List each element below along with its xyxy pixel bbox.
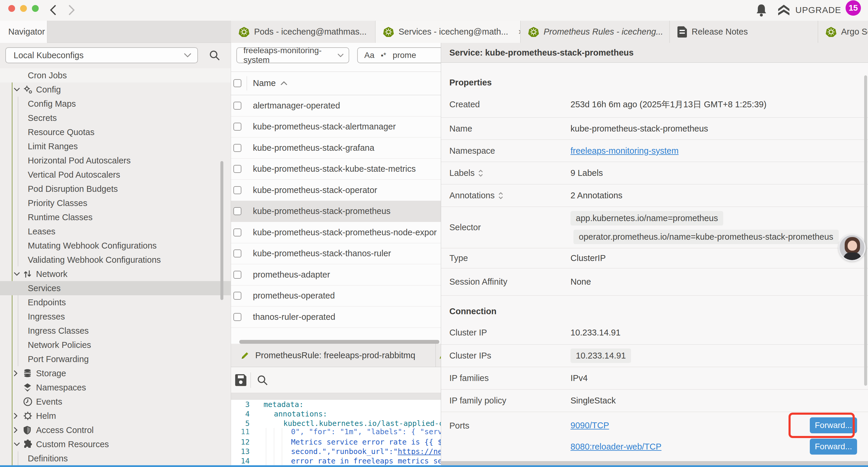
- expand-updown-icon[interactable]: [498, 192, 503, 200]
- tab-argo[interactable]: Argo Se: [818, 21, 868, 43]
- table-row[interactable]: kube-prometheus-stack-kube-state-metrics: [231, 159, 441, 180]
- tab-release-notes[interactable]: Release Notes: [670, 21, 818, 43]
- sidebar-item-config-maps[interactable]: Config Maps: [0, 97, 231, 111]
- sidebar-item-mutating-webhook-configurations[interactable]: Mutating Webhook Configurations: [0, 238, 231, 253]
- port-link-8080[interactable]: 8080:reloader-web/TCP: [570, 442, 661, 451]
- sidebar-item-endpoints[interactable]: Endpoints: [0, 295, 231, 310]
- sidebar-item-runtime-classes[interactable]: Runtime Classes: [0, 210, 231, 224]
- forward-arrow-icon[interactable]: [64, 4, 78, 17]
- sidebar-item-namespaces[interactable]: Namespaces: [0, 380, 231, 395]
- user-avatar[interactable]: [838, 234, 866, 261]
- editor-search-icon[interactable]: [256, 374, 268, 386]
- sidebar-item-cron-jobs[interactable]: Cron Jobs: [0, 68, 231, 83]
- table-row-selected[interactable]: kube-prometheus-stack-prometheus: [231, 201, 441, 222]
- save-icon[interactable]: [235, 374, 247, 387]
- table-row[interactable]: kube-prometheus-stack-thanos-ruler: [231, 243, 441, 265]
- sidebar-item-limit-ranges[interactable]: Limit Ranges: [0, 139, 231, 153]
- chevron-down-icon: [337, 53, 344, 58]
- port-link-9090[interactable]: 9090/TCP: [570, 420, 609, 430]
- search-icon[interactable]: [209, 49, 220, 61]
- sidebar-item-resource-quotas[interactable]: Resource Quotas: [0, 125, 231, 139]
- row-checkbox[interactable]: [234, 313, 241, 321]
- table-row[interactable]: thanos-ruler-operated: [231, 307, 441, 328]
- table-row[interactable]: kube-prometheus-stack-prometheus-node-ex…: [231, 222, 441, 243]
- row-checkbox[interactable]: [234, 123, 241, 130]
- tab-close-icon[interactable]: ×: [518, 27, 521, 37]
- tab-prometheus-rules[interactable]: Prometheus Rules - icecheng...: [521, 21, 670, 43]
- sidebar-item-validating-webhook-configurations[interactable]: Validating Webhook Configurations: [0, 253, 231, 267]
- namespace-filter-select[interactable]: freeleaps-monitoring-system: [236, 47, 349, 63]
- sidebar-item-pod-disruption-budgets[interactable]: Pod Disruption Budgets: [0, 182, 231, 196]
- notifications-bell-icon[interactable]: [755, 3, 768, 18]
- sidebar-item-events[interactable]: Events: [0, 395, 231, 409]
- row-checkbox[interactable]: [234, 165, 241, 173]
- expand-updown-icon[interactable]: [478, 169, 483, 177]
- sidebar-item-access-control[interactable]: Access Control: [0, 423, 231, 437]
- code-line: 13second.","runbook_url":"https://net: [231, 447, 441, 456]
- detail-row-name: Name kube-prometheus-stack-prometheus: [441, 118, 868, 140]
- yaml-editor[interactable]: 3metadata: 4annotations: 5kubectl.kubern…: [231, 400, 441, 465]
- select-all-checkbox[interactable]: [234, 79, 241, 87]
- row-checkbox[interactable]: [234, 229, 241, 236]
- session-affinity-value: None: [570, 277, 591, 287]
- table-row[interactable]: prometheus-adapter: [231, 264, 441, 286]
- sidebar-item-network-policies[interactable]: Network Policies: [0, 338, 231, 352]
- sidebar-item-horizontal-pod-autoscalers[interactable]: Horizontal Pod Autoscalers: [0, 153, 231, 168]
- column-header-name[interactable]: Name: [253, 78, 276, 88]
- sidebar-item-ingress-classes[interactable]: Ingress Classes: [0, 324, 231, 338]
- forward-button-8080[interactable]: Forward...: [810, 439, 857, 455]
- table-row[interactable]: kube-prometheus-stack-alertmanager: [231, 116, 441, 138]
- table-horizontal-scrollbar[interactable]: [239, 340, 439, 344]
- editor-scroll-strip[interactable]: [231, 393, 441, 400]
- match-case-toggle[interactable]: Aa: [364, 51, 374, 60]
- upgrade-chevrons-icon[interactable]: [777, 4, 790, 17]
- table-row[interactable]: alertmanager-operated: [231, 95, 441, 116]
- navigator-panel-tab[interactable]: Navigator: [0, 21, 47, 43]
- sidebar-scrollbar[interactable]: [220, 161, 223, 300]
- sidebar-item-helm[interactable]: Helm: [0, 409, 231, 423]
- traffic-light-zoom[interactable]: [32, 5, 39, 12]
- traffic-light-close[interactable]: [8, 5, 15, 12]
- row-checkbox[interactable]: [234, 271, 241, 279]
- annotations-count[interactable]: 2 Annotations: [570, 191, 622, 200]
- namespace-link[interactable]: freeleaps-monitoring-system: [570, 146, 679, 156]
- tab-pods[interactable]: Pods - icecheng@mathmas...: [231, 21, 375, 43]
- tab-services[interactable]: Services - icecheng@math... ×: [375, 21, 521, 43]
- regex-toggle[interactable]: ▪*: [381, 51, 386, 59]
- table-row[interactable]: prometheus-operated: [231, 286, 441, 307]
- row-checkbox[interactable]: [234, 207, 241, 215]
- code-line: 14error rate in freeleaps metrics ser: [231, 456, 441, 465]
- sidebar-item-secrets[interactable]: Secrets: [0, 111, 231, 125]
- sidebar-item-services[interactable]: Services: [0, 281, 231, 295]
- sidebar-item-leases[interactable]: Leases: [0, 224, 231, 238]
- traffic-light-minimize[interactable]: [20, 5, 27, 12]
- drawer-bottom-scroll-track[interactable]: [441, 461, 868, 465]
- sidebar-item-port-forwarding[interactable]: Port Forwarding: [0, 352, 231, 366]
- sidebar-item-custom-resources[interactable]: Custom Resources: [0, 437, 231, 451]
- row-checkbox[interactable]: [234, 186, 241, 194]
- drawer-scrollbar[interactable]: [864, 76, 867, 386]
- editor-tab-partial[interactable]: [436, 344, 441, 367]
- editor-tab-prometheusrule[interactable]: PrometheusRule: freeleaps-prod-rabbitmq: [231, 344, 436, 367]
- back-arrow-icon[interactable]: [47, 4, 60, 17]
- row-checkbox[interactable]: [234, 102, 241, 110]
- code-link[interactable]: https://net: [398, 447, 441, 456]
- table-row[interactable]: kube-prometheus-stack-grafana: [231, 138, 441, 159]
- sidebar-item-vertical-pod-autoscalers[interactable]: Vertical Pod Autoscalers: [0, 168, 231, 182]
- row-checkbox[interactable]: [234, 144, 241, 152]
- list-search-input[interactable]: Aa ▪* prome: [357, 47, 441, 63]
- sort-ascending-icon[interactable]: [280, 81, 287, 85]
- sidebar-item-definitions[interactable]: Definitions: [0, 451, 231, 465]
- upgrade-label[interactable]: UPGRADE: [795, 5, 841, 15]
- sidebar-item-config[interactable]: Config: [0, 83, 231, 97]
- kubeconfig-selector[interactable]: Local Kubeconfigs: [5, 47, 198, 63]
- notification-count-badge[interactable]: 15: [845, 0, 861, 16]
- row-checkbox[interactable]: [234, 292, 241, 300]
- table-row[interactable]: kube-prometheus-stack-operator: [231, 180, 441, 201]
- sidebar-item-network[interactable]: Network: [0, 267, 231, 281]
- sidebar-item-priority-classes[interactable]: Priority Classes: [0, 196, 231, 210]
- row-checkbox[interactable]: [234, 250, 241, 258]
- sidebar-item-storage[interactable]: Storage: [0, 366, 231, 380]
- labels-count[interactable]: 9 Labels: [570, 168, 603, 178]
- sidebar-item-ingresses[interactable]: Ingresses: [0, 310, 231, 324]
